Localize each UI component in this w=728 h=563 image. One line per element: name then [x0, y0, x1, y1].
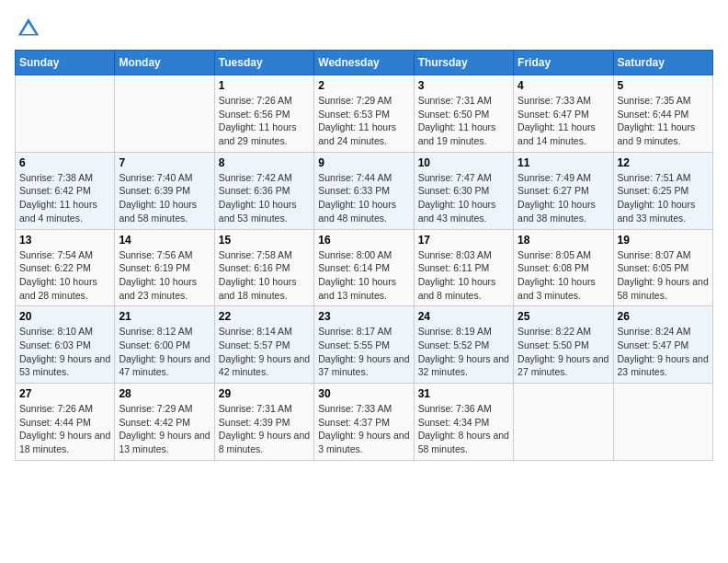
day-number: 31 — [418, 387, 509, 400]
day-number: 1 — [219, 79, 310, 92]
logo-icon — [15, 15, 42, 42]
day-info: Sunrise: 7:44 AM Sunset: 6:33 PM Dayligh… — [318, 171, 409, 225]
day-number: 13 — [19, 234, 110, 247]
day-info: Sunrise: 7:35 AM Sunset: 6:44 PM Dayligh… — [618, 94, 709, 148]
page-header — [15, 15, 713, 42]
calendar-cell: 16Sunrise: 8:00 AM Sunset: 6:14 PM Dayli… — [314, 229, 414, 306]
weekday-friday: Friday — [514, 51, 613, 75]
calendar-cell: 12Sunrise: 7:51 AM Sunset: 6:25 PM Dayli… — [613, 152, 712, 229]
calendar-cell: 23Sunrise: 8:17 AM Sunset: 5:55 PM Dayli… — [314, 306, 414, 384]
day-number: 28 — [119, 387, 210, 400]
calendar-cell: 10Sunrise: 7:47 AM Sunset: 6:30 PM Dayli… — [414, 152, 513, 229]
day-info: Sunrise: 7:51 AM Sunset: 6:25 PM Dayligh… — [618, 171, 709, 225]
day-number: 8 — [219, 156, 310, 169]
calendar-cell: 21Sunrise: 8:12 AM Sunset: 6:00 PM Dayli… — [115, 306, 214, 384]
calendar-cell: 19Sunrise: 8:07 AM Sunset: 6:05 PM Dayli… — [613, 229, 712, 306]
day-number: 14 — [119, 234, 210, 247]
day-number: 29 — [219, 387, 310, 400]
calendar-week-5: 27Sunrise: 7:26 AM Sunset: 4:44 PM Dayli… — [16, 384, 713, 461]
day-info: Sunrise: 7:33 AM Sunset: 6:47 PM Dayligh… — [518, 94, 609, 148]
day-number: 22 — [219, 310, 310, 323]
calendar-cell: 17Sunrise: 8:03 AM Sunset: 6:11 PM Dayli… — [414, 229, 513, 306]
calendar-cell: 4Sunrise: 7:33 AM Sunset: 6:47 PM Daylig… — [514, 75, 613, 153]
day-number: 4 — [518, 79, 609, 92]
calendar-week-1: 1Sunrise: 7:26 AM Sunset: 6:56 PM Daylig… — [16, 75, 713, 153]
calendar-cell: 8Sunrise: 7:42 AM Sunset: 6:36 PM Daylig… — [214, 152, 313, 229]
day-info: Sunrise: 7:49 AM Sunset: 6:27 PM Dayligh… — [518, 171, 609, 225]
day-info: Sunrise: 7:58 AM Sunset: 6:16 PM Dayligh… — [219, 248, 310, 303]
calendar-week-3: 13Sunrise: 7:54 AM Sunset: 6:22 PM Dayli… — [16, 229, 713, 306]
calendar-cell: 31Sunrise: 7:36 AM Sunset: 4:34 PM Dayli… — [414, 384, 513, 461]
day-number: 12 — [618, 156, 709, 169]
calendar-cell: 6Sunrise: 7:38 AM Sunset: 6:42 PM Daylig… — [16, 152, 115, 229]
day-number: 30 — [318, 387, 409, 400]
day-info: Sunrise: 7:42 AM Sunset: 6:36 PM Dayligh… — [219, 171, 310, 225]
calendar-cell — [613, 384, 712, 461]
calendar-cell: 13Sunrise: 7:54 AM Sunset: 6:22 PM Dayli… — [16, 229, 115, 306]
day-info: Sunrise: 8:05 AM Sunset: 6:08 PM Dayligh… — [518, 248, 609, 303]
calendar-cell: 2Sunrise: 7:29 AM Sunset: 6:53 PM Daylig… — [314, 75, 414, 153]
calendar-body: 1Sunrise: 7:26 AM Sunset: 6:56 PM Daylig… — [16, 75, 713, 461]
day-number: 6 — [19, 156, 110, 169]
day-number: 24 — [418, 310, 509, 323]
day-info: Sunrise: 8:00 AM Sunset: 6:14 PM Dayligh… — [318, 248, 409, 303]
day-info: Sunrise: 7:29 AM Sunset: 4:42 PM Dayligh… — [119, 402, 210, 456]
day-info: Sunrise: 7:36 AM Sunset: 4:34 PM Dayligh… — [418, 402, 509, 456]
calendar-cell: 25Sunrise: 8:22 AM Sunset: 5:50 PM Dayli… — [514, 306, 613, 384]
calendar-cell: 27Sunrise: 7:26 AM Sunset: 4:44 PM Dayli… — [16, 384, 115, 461]
day-info: Sunrise: 7:31 AM Sunset: 6:50 PM Dayligh… — [418, 94, 509, 148]
calendar-cell: 14Sunrise: 7:56 AM Sunset: 6:19 PM Dayli… — [115, 229, 214, 306]
day-info: Sunrise: 8:17 AM Sunset: 5:55 PM Dayligh… — [318, 325, 409, 379]
day-info: Sunrise: 7:31 AM Sunset: 4:39 PM Dayligh… — [219, 402, 310, 456]
day-info: Sunrise: 7:26 AM Sunset: 4:44 PM Dayligh… — [19, 402, 110, 456]
day-number: 15 — [219, 234, 310, 247]
calendar-cell: 15Sunrise: 7:58 AM Sunset: 6:16 PM Dayli… — [214, 229, 313, 306]
day-info: Sunrise: 8:03 AM Sunset: 6:11 PM Dayligh… — [418, 248, 509, 303]
calendar-cell: 26Sunrise: 8:24 AM Sunset: 5:47 PM Dayli… — [613, 306, 712, 384]
day-info: Sunrise: 7:38 AM Sunset: 6:42 PM Dayligh… — [19, 171, 110, 225]
weekday-thursday: Thursday — [414, 51, 513, 75]
day-info: Sunrise: 7:40 AM Sunset: 6:39 PM Dayligh… — [119, 171, 210, 225]
day-number: 26 — [618, 310, 709, 323]
calendar-cell — [115, 75, 214, 153]
weekday-header-row: SundayMondayTuesdayWednesdayThursdayFrid… — [16, 51, 713, 75]
day-info: Sunrise: 7:56 AM Sunset: 6:19 PM Dayligh… — [119, 248, 210, 303]
weekday-tuesday: Tuesday — [214, 51, 313, 75]
day-info: Sunrise: 8:12 AM Sunset: 6:00 PM Dayligh… — [119, 325, 210, 379]
day-info: Sunrise: 8:19 AM Sunset: 5:52 PM Dayligh… — [418, 325, 509, 379]
day-info: Sunrise: 8:07 AM Sunset: 6:05 PM Dayligh… — [618, 248, 709, 303]
calendar-cell: 1Sunrise: 7:26 AM Sunset: 6:56 PM Daylig… — [214, 75, 313, 153]
day-number: 10 — [418, 156, 509, 169]
day-number: 9 — [318, 156, 409, 169]
calendar-cell: 18Sunrise: 8:05 AM Sunset: 6:08 PM Dayli… — [514, 229, 613, 306]
day-number: 25 — [518, 310, 609, 323]
calendar-cell: 22Sunrise: 8:14 AM Sunset: 5:57 PM Dayli… — [214, 306, 313, 384]
calendar-cell: 11Sunrise: 7:49 AM Sunset: 6:27 PM Dayli… — [514, 152, 613, 229]
calendar-cell: 28Sunrise: 7:29 AM Sunset: 4:42 PM Dayli… — [115, 384, 214, 461]
day-number: 3 — [418, 79, 509, 92]
calendar-cell: 7Sunrise: 7:40 AM Sunset: 6:39 PM Daylig… — [115, 152, 214, 229]
day-number: 19 — [618, 234, 709, 247]
day-info: Sunrise: 7:26 AM Sunset: 6:56 PM Dayligh… — [219, 94, 310, 148]
day-number: 17 — [418, 234, 509, 247]
calendar-table: SundayMondayTuesdayWednesdayThursdayFrid… — [15, 50, 713, 461]
day-number: 27 — [19, 387, 110, 400]
weekday-saturday: Saturday — [613, 51, 712, 75]
calendar-cell — [514, 384, 613, 461]
day-number: 7 — [119, 156, 210, 169]
day-info: Sunrise: 7:29 AM Sunset: 6:53 PM Dayligh… — [318, 94, 409, 148]
weekday-monday: Monday — [115, 51, 214, 75]
calendar-week-2: 6Sunrise: 7:38 AM Sunset: 6:42 PM Daylig… — [16, 152, 713, 229]
calendar-week-4: 20Sunrise: 8:10 AM Sunset: 6:03 PM Dayli… — [16, 306, 713, 384]
calendar-cell: 20Sunrise: 8:10 AM Sunset: 6:03 PM Dayli… — [16, 306, 115, 384]
weekday-wednesday: Wednesday — [314, 51, 414, 75]
day-info: Sunrise: 8:10 AM Sunset: 6:03 PM Dayligh… — [19, 325, 110, 379]
calendar-cell: 24Sunrise: 8:19 AM Sunset: 5:52 PM Dayli… — [414, 306, 513, 384]
calendar-cell — [16, 75, 115, 153]
day-number: 11 — [518, 156, 609, 169]
day-number: 18 — [518, 234, 609, 247]
calendar-cell: 30Sunrise: 7:33 AM Sunset: 4:37 PM Dayli… — [314, 384, 414, 461]
day-number: 23 — [318, 310, 409, 323]
weekday-sunday: Sunday — [16, 51, 115, 75]
calendar-header: SundayMondayTuesdayWednesdayThursdayFrid… — [16, 51, 713, 75]
